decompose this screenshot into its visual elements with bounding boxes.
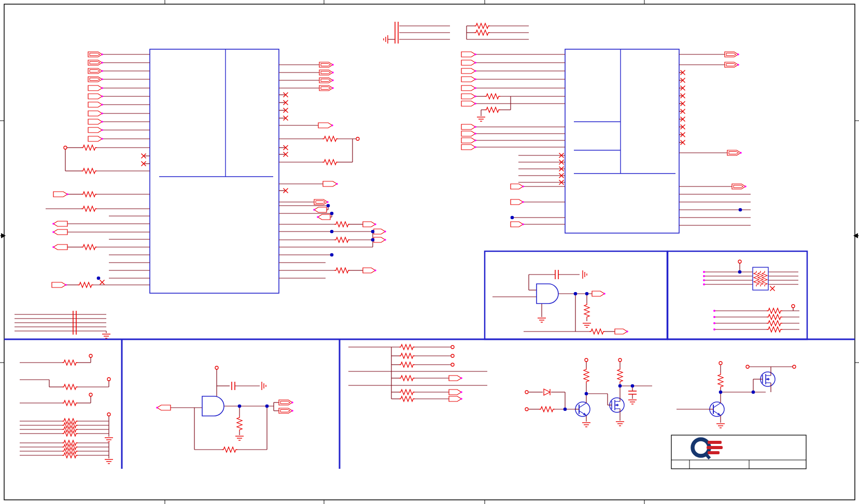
pin-terminal[interactable]	[215, 366, 218, 369]
resistor[interactable]	[718, 373, 723, 388]
port-connector[interactable]	[461, 124, 475, 129]
pin-terminal[interactable]	[89, 393, 92, 396]
port-connector[interactable]	[615, 329, 627, 334]
resistor[interactable]	[334, 237, 350, 242]
port-connector[interactable]	[88, 111, 102, 116]
port-connector[interactable]	[511, 199, 523, 205]
resistor[interactable]	[584, 303, 589, 319]
resistor[interactable]	[617, 368, 623, 383]
port-connector[interactable]	[53, 244, 67, 250]
resistor[interactable]	[78, 282, 93, 287]
pin-terminal[interactable]	[738, 260, 741, 263]
pin-terminal[interactable]	[793, 365, 796, 368]
pin-terminal[interactable]	[746, 365, 749, 368]
port-connector[interactable]	[461, 52, 475, 57]
ic-block[interactable]	[565, 49, 679, 233]
pin-terminal[interactable]	[792, 305, 795, 308]
port-connector[interactable]	[53, 229, 67, 235]
pin-terminal[interactable]	[618, 358, 622, 362]
port-connector[interactable]	[461, 94, 475, 99]
pin-terminal[interactable]	[719, 362, 722, 365]
port-connector[interactable]	[461, 68, 475, 74]
pin-terminal[interactable]	[585, 358, 588, 362]
port-connector[interactable]	[374, 237, 385, 242]
pin-terminal[interactable]	[525, 408, 528, 411]
resistor[interactable]	[539, 407, 555, 412]
pin-terminal[interactable]	[356, 137, 359, 140]
resistor[interactable]	[767, 321, 782, 326]
and-gate[interactable]	[202, 396, 224, 416]
port-connector[interactable]	[318, 214, 330, 220]
resistor[interactable]	[584, 368, 589, 383]
port-connector[interactable]	[363, 222, 375, 227]
port-connector[interactable]	[461, 77, 475, 82]
port-connector[interactable]	[157, 405, 171, 410]
pin-terminal[interactable]	[107, 378, 110, 381]
resistor[interactable]	[322, 160, 338, 165]
resistor[interactable]	[399, 353, 415, 358]
resistor[interactable]	[767, 327, 782, 332]
port-connector[interactable]	[461, 101, 475, 106]
resistor[interactable]	[62, 360, 78, 365]
port-connector[interactable]	[461, 60, 475, 65]
pin-terminal[interactable]	[451, 345, 454, 349]
resistor[interactable]	[474, 23, 490, 28]
pin-terminal[interactable]	[451, 363, 454, 366]
resistor[interactable]	[81, 145, 97, 150]
resistor[interactable]	[399, 344, 415, 350]
resistor[interactable]	[589, 329, 605, 334]
resistor[interactable]	[62, 384, 78, 390]
port-connector[interactable]	[88, 136, 102, 141]
ic-block[interactable]	[150, 49, 279, 293]
resistor[interactable]	[399, 390, 415, 395]
port-connector[interactable]	[88, 102, 102, 107]
port-connector[interactable]	[511, 184, 523, 189]
port-connector[interactable]	[461, 145, 475, 150]
port-connector[interactable]	[323, 181, 337, 186]
resistor[interactable]	[485, 107, 500, 112]
port-connector[interactable]	[314, 207, 327, 212]
pin-terminal[interactable]	[107, 413, 110, 416]
port-connector[interactable]	[363, 268, 375, 273]
resistor[interactable]	[62, 400, 78, 406]
port-connector[interactable]	[449, 376, 461, 381]
resistor[interactable]	[222, 447, 237, 452]
resistor[interactable]	[399, 396, 415, 401]
port-connector[interactable]	[461, 85, 475, 91]
resistor[interactable]	[767, 314, 782, 320]
port-connector[interactable]	[449, 390, 461, 395]
port-connector[interactable]	[449, 396, 461, 401]
resistor[interactable]	[334, 222, 350, 227]
resistor[interactable]	[399, 376, 415, 381]
port-connector[interactable]	[592, 291, 604, 296]
resistor[interactable]	[81, 244, 97, 250]
resistor[interactable]	[767, 308, 782, 313]
resistor[interactable]	[81, 192, 97, 197]
port-connector[interactable]	[461, 138, 475, 143]
port-connector[interactable]	[374, 229, 385, 234]
pin-terminal[interactable]	[64, 146, 67, 149]
resistor[interactable]	[474, 30, 490, 35]
resistor[interactable]	[485, 94, 500, 99]
port-connector[interactable]	[88, 119, 102, 124]
pin-terminal[interactable]	[89, 354, 92, 357]
resistor[interactable]	[81, 168, 97, 174]
port-connector[interactable]	[53, 192, 67, 197]
port-connector[interactable]	[88, 94, 102, 99]
resistor[interactable]	[334, 268, 350, 273]
pin-terminal[interactable]	[451, 354, 454, 357]
and-gate[interactable]	[537, 284, 558, 304]
resistor[interactable]	[81, 206, 97, 211]
resistor[interactable]	[399, 362, 415, 367]
port-connector[interactable]	[52, 282, 66, 287]
port-connector[interactable]	[461, 131, 475, 136]
diode[interactable]	[544, 389, 550, 395]
port-connector[interactable]	[88, 127, 102, 133]
port-connector[interactable]	[53, 221, 67, 226]
port-connector[interactable]	[318, 123, 332, 128]
resistor[interactable]	[237, 416, 242, 431]
pin-terminal[interactable]	[525, 391, 528, 394]
port-connector[interactable]	[88, 85, 102, 91]
resistor[interactable]	[322, 136, 338, 141]
port-connector[interactable]	[511, 222, 523, 227]
